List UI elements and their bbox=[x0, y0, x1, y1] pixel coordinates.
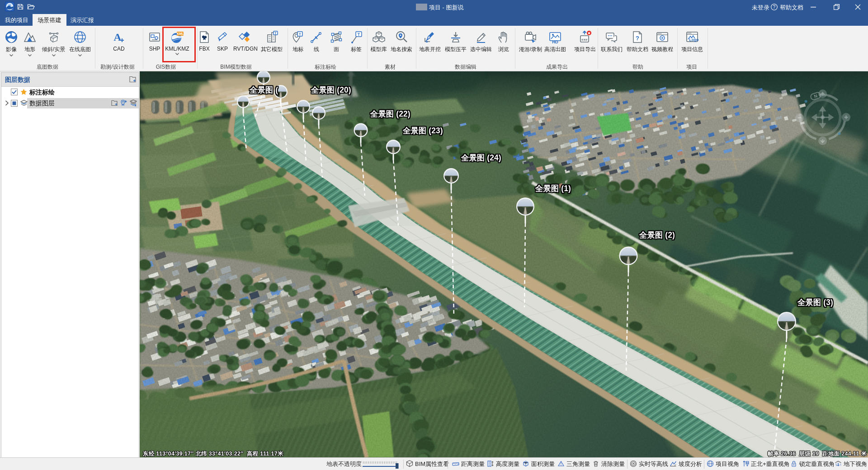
svg-text:T: T bbox=[358, 32, 360, 37]
svg-text:Logo: Logo bbox=[689, 38, 699, 42]
svg-text:?: ? bbox=[636, 35, 639, 42]
svg-text:HD: HD bbox=[552, 39, 558, 44]
svg-text:A: A bbox=[113, 31, 122, 43]
svg-text:T: T bbox=[274, 32, 277, 35]
svg-text:?: ? bbox=[773, 4, 776, 9]
svg-text:T: T bbox=[299, 32, 301, 36]
svg-text:exe: exe bbox=[581, 38, 588, 42]
